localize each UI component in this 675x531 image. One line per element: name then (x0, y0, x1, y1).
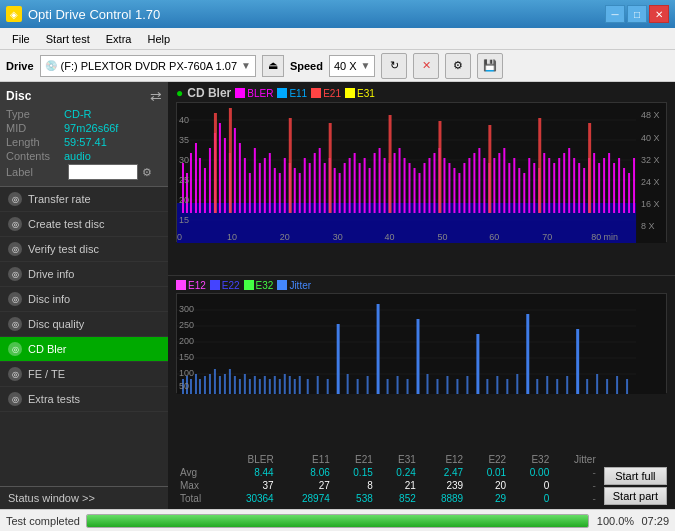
speed-select[interactable]: 40 X ▼ (329, 55, 376, 77)
svg-rect-77 (523, 173, 525, 213)
svg-rect-141 (204, 376, 206, 394)
status-time: 07:29 (641, 515, 669, 527)
chart2-svg: 300 250 200 150 100 50 0 (177, 294, 666, 394)
disc-label-input[interactable] (68, 164, 138, 180)
svg-rect-193 (626, 379, 628, 394)
sidebar-item-verify-test-disc[interactable]: ◎ Verify test disc (0, 237, 168, 262)
svg-text:100: 100 (179, 368, 194, 378)
svg-text:80 min: 80 min (591, 232, 618, 242)
svg-rect-138 (190, 379, 192, 394)
svg-rect-76 (518, 168, 520, 213)
drive-bar: Drive 💿 (F:) PLEXTOR DVDR PX-760A 1.07 ▼… (0, 50, 675, 82)
svg-rect-33 (304, 158, 306, 213)
maximize-button[interactable]: □ (627, 5, 647, 23)
avg-e31: 0.24 (377, 466, 420, 479)
svg-rect-71 (493, 158, 495, 213)
menu-file[interactable]: File (4, 31, 38, 47)
legend-e32: E32 (244, 280, 274, 291)
svg-rect-54 (409, 163, 411, 213)
sidebar-item-disc-info[interactable]: ◎ Disc info (0, 287, 168, 312)
svg-rect-191 (606, 379, 608, 394)
total-e32: 0 (510, 492, 553, 505)
sidebar-nav: ◎ Transfer rate ◎ Create test disc ◎ Ver… (0, 187, 168, 486)
svg-rect-170 (347, 374, 349, 394)
svg-rect-183 (506, 379, 508, 394)
sidebar-item-transfer-rate[interactable]: ◎ Transfer rate (0, 187, 168, 212)
status-window-button[interactable]: Status window >> (0, 486, 168, 509)
svg-text:20: 20 (179, 195, 189, 205)
chart1-panel: ● CD Bler BLER E11 E21 E31 (168, 82, 675, 275)
svg-rect-81 (543, 153, 545, 213)
svg-rect-51 (394, 153, 396, 213)
chart1-icon: ● (176, 86, 183, 100)
svg-rect-155 (274, 376, 276, 394)
disc-refresh-icon[interactable]: ⇄ (150, 88, 162, 104)
sidebar-item-create-test-disc[interactable]: ◎ Create test disc (0, 212, 168, 237)
svg-rect-89 (583, 168, 585, 213)
menu-help[interactable]: Help (139, 31, 178, 47)
svg-text:50: 50 (179, 381, 189, 391)
svg-rect-26 (269, 153, 271, 213)
sidebar-item-extra-tests[interactable]: ◎ Extra tests (0, 387, 168, 412)
drive-text: (F:) PLEXTOR DVDR PX-760A 1.07 (61, 60, 237, 72)
settings-button[interactable]: ⚙ (445, 53, 471, 79)
row-label-max: Max (176, 479, 222, 492)
sidebar-item-disc-quality[interactable]: ◎ Disc quality (0, 312, 168, 337)
start-full-button[interactable]: Start full (604, 467, 667, 485)
svg-rect-88 (578, 163, 580, 213)
svg-rect-59 (433, 153, 435, 213)
svg-rect-78 (528, 158, 530, 213)
svg-text:40 X: 40 X (641, 133, 659, 143)
svg-rect-171 (357, 379, 359, 394)
col-header-e12: E12 (420, 453, 467, 466)
svg-rect-181 (486, 379, 488, 394)
refresh-button[interactable]: ↻ (381, 53, 407, 79)
disc-title: Disc (6, 89, 31, 103)
total-jitter: - (553, 492, 600, 505)
col-header-row (176, 453, 222, 466)
start-part-button[interactable]: Start part (604, 487, 667, 505)
drive-select[interactable]: 💿 (F:) PLEXTOR DVDR PX-760A 1.07 ▼ (40, 55, 256, 77)
menu-start-test[interactable]: Start test (38, 31, 98, 47)
svg-rect-32 (299, 173, 301, 213)
sidebar-item-label: Disc quality (28, 318, 84, 330)
svg-rect-34 (309, 163, 311, 213)
row-label-total: Total (176, 492, 222, 505)
svg-text:35: 35 (179, 135, 189, 145)
sidebar-item-fe-te[interactable]: ◎ FE / TE (0, 362, 168, 387)
svg-rect-86 (568, 148, 570, 213)
erase-button[interactable]: ✕ (413, 53, 439, 79)
svg-rect-41 (344, 163, 346, 213)
minimize-button[interactable]: ─ (605, 5, 625, 23)
svg-rect-177 (436, 379, 438, 394)
svg-rect-87 (573, 158, 575, 213)
svg-rect-35 (314, 153, 316, 213)
svg-rect-152 (259, 379, 261, 394)
svg-rect-179 (456, 379, 458, 394)
data-section: BLER E11 E21 E31 E12 E22 E32 Jitter Avg (168, 451, 675, 509)
svg-rect-74 (508, 163, 510, 213)
menu-extra[interactable]: Extra (98, 31, 140, 47)
svg-rect-83 (553, 163, 555, 213)
svg-rect-189 (586, 379, 588, 394)
svg-rect-82 (548, 158, 550, 213)
disc-quality-icon: ◎ (8, 317, 22, 331)
close-button[interactable]: ✕ (649, 5, 669, 23)
eject-button[interactable]: ⏏ (262, 55, 284, 77)
save-button[interactable]: 💾 (477, 53, 503, 79)
disc-label-gear-icon[interactable]: ⚙ (142, 166, 152, 179)
svg-rect-94 (608, 153, 610, 213)
svg-rect-92 (598, 163, 600, 213)
avg-e21: 0.15 (334, 466, 377, 479)
main-layout: Disc ⇄ Type CD-R MID 97m26s66f Length 59… (0, 82, 675, 509)
total-e31: 852 (377, 492, 420, 505)
legend-e22: E22 (210, 280, 240, 291)
svg-rect-11 (195, 143, 197, 213)
sidebar-item-drive-info[interactable]: ◎ Drive info (0, 262, 168, 287)
svg-rect-16 (219, 123, 221, 213)
sidebar-item-label: FE / TE (28, 368, 65, 380)
max-bler: 37 (222, 479, 278, 492)
svg-text:15: 15 (179, 215, 189, 225)
svg-rect-142 (209, 374, 211, 394)
sidebar-item-cd-bler[interactable]: ◎ CD Bler (0, 337, 168, 362)
